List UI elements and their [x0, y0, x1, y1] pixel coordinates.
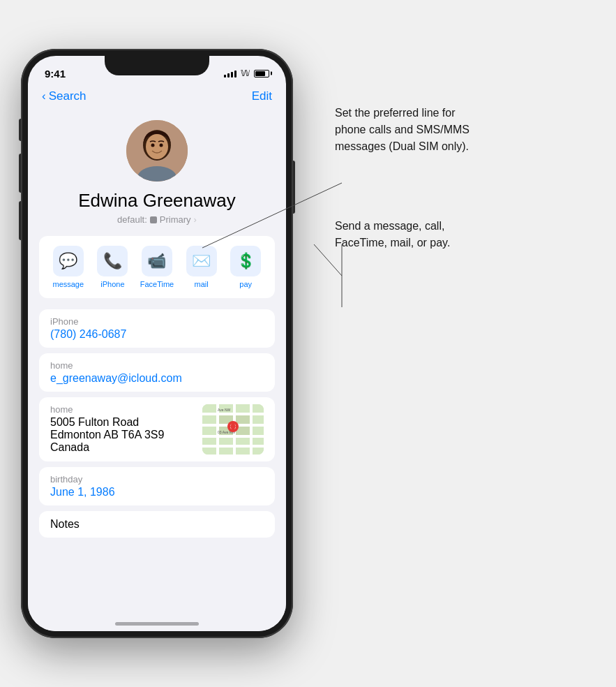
notes-row[interactable]: Notes [39, 511, 275, 538]
map-thumbnail[interactable]: Ave NW 03 Ave NW [202, 404, 264, 455]
nav-bar: ‹ Search Edit [28, 87, 286, 109]
phone-label: iPhone [100, 280, 124, 288]
phone-action-button[interactable]: 📞 iPhone [94, 246, 130, 288]
chevron-left-icon: ‹ [42, 89, 46, 103]
phone-value[interactable]: (780) 246-0687 [50, 328, 264, 341]
phone-shell: 9:41 𝕎 ‹ Search [21, 49, 293, 638]
screen-content[interactable]: ‹ Search Edit [28, 87, 286, 631]
power-button [293, 161, 295, 214]
signal-icon [224, 69, 236, 77]
address-line2: Edmonton AB T6A 3S9 [50, 429, 164, 441]
avatar [126, 120, 188, 182]
phone-icon: 📞 [97, 246, 128, 276]
home-indicator [115, 622, 199, 626]
default-label: default: [117, 214, 147, 225]
phone-screen: 9:41 𝕎 ‹ Search [28, 56, 286, 631]
svg-point-2 [146, 134, 168, 159]
mail-icon: ✉️ [186, 246, 217, 276]
back-button[interactable]: ‹ Search [42, 89, 87, 103]
contact-default-line[interactable]: default: Primary › [117, 214, 197, 225]
action-buttons: 💬 message 📞 iPhone 📹 FaceTime ✉️ mail 💲 [39, 236, 275, 298]
message-icon: 💬 [53, 246, 84, 276]
avatar-image [126, 120, 188, 182]
svg-rect-13 [250, 404, 253, 455]
annotations: Set the preferred line for phone calls a… [335, 105, 586, 279]
wifi-icon: 𝕎 [241, 68, 250, 78]
chevron-right-icon: › [194, 214, 197, 225]
contact-header: Edwina Greenaway default: Primary › [28, 109, 286, 236]
pay-label: pay [239, 280, 252, 288]
facetime-label: FaceTime [140, 280, 174, 288]
pay-icon: 💲 [230, 246, 261, 276]
mail-label: mail [194, 280, 208, 288]
phone-row[interactable]: iPhone (780) 246-0687 [39, 309, 275, 348]
facetime-icon: 📹 [142, 246, 172, 276]
address-label: home [50, 404, 164, 415]
birthday-value: June 1, 1986 [50, 486, 264, 498]
map-svg: Ave NW 03 Ave NW [202, 404, 264, 455]
mute-button [19, 119, 21, 141]
address-section: home 5005 Fulton Road Edmonton AB T6A 3S… [39, 397, 275, 461]
back-label: Search [49, 89, 87, 103]
contact-name: Edwina Greenaway [78, 190, 235, 212]
facetime-action-button[interactable]: 📹 FaceTime [139, 246, 175, 288]
email-field-label: home [50, 360, 264, 371]
phone-section: iPhone (780) 246-0687 [39, 309, 275, 348]
svg-text:Ave NW: Ave NW [218, 408, 231, 412]
volume-down-button [19, 201, 21, 240]
status-time: 9:41 [45, 68, 66, 80]
address-row[interactable]: home 5005 Fulton Road Edmonton AB T6A 3S… [39, 397, 275, 461]
notch [105, 56, 209, 75]
annotation-actions: Send a message, call, FaceTime, mail, or… [335, 218, 586, 251]
birthday-row[interactable]: birthday June 1, 1986 [39, 467, 275, 505]
svg-rect-15 [236, 415, 250, 424]
birthday-section: birthday June 1, 1986 [39, 467, 275, 505]
edit-button[interactable]: Edit [252, 89, 272, 103]
message-label: message [52, 280, 84, 288]
map-grid: Ave NW 03 Ave NW [202, 404, 264, 455]
svg-point-4 [151, 144, 155, 147]
annotation-dual-sim: Set the preferred line for phone calls a… [335, 105, 586, 155]
email-section: home e_greenaway@icloud.com [39, 353, 275, 392]
notes-section: Notes [39, 511, 275, 538]
phone-field-label: iPhone [50, 316, 264, 327]
battery-icon [254, 70, 269, 77]
pay-action-button[interactable]: 💲 pay [227, 246, 264, 288]
mail-action-button[interactable]: ✉️ mail [183, 246, 220, 288]
message-action-button[interactable]: 💬 message [50, 246, 87, 288]
volume-up-button [19, 154, 21, 193]
birthday-label: birthday [50, 474, 264, 485]
address-line1: 5005 Fulton Road [50, 416, 164, 429]
status-icons: 𝕎 [224, 68, 269, 78]
notes-label: Notes [50, 518, 264, 531]
sim-label: Primary [160, 214, 191, 225]
address-text: home 5005 Fulton Road Edmonton AB T6A 3S… [50, 404, 164, 454]
email-row[interactable]: home e_greenaway@icloud.com [39, 353, 275, 392]
sim-dot-icon [150, 216, 157, 223]
email-value[interactable]: e_greenaway@icloud.com [50, 372, 264, 385]
bottom-spacer [28, 543, 286, 585]
address-row-content: home 5005 Fulton Road Edmonton AB T6A 3S… [50, 404, 264, 455]
svg-point-5 [160, 144, 163, 147]
address-line3: Canada [50, 441, 164, 454]
